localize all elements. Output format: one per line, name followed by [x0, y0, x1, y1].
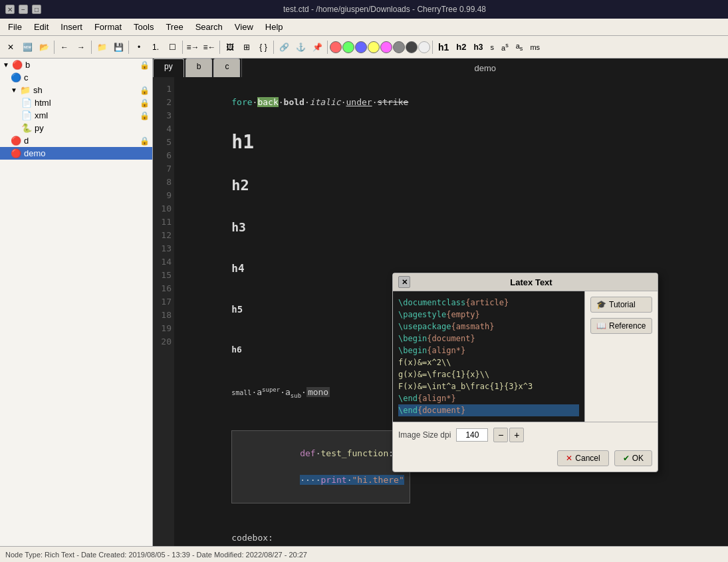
- menu-edit[interactable]: Edit: [29, 21, 54, 33]
- close-btn[interactable]: ✕: [3, 39, 19, 55]
- cancel-button[interactable]: ✕ Cancel: [557, 450, 608, 466]
- menu-tools[interactable]: Tools: [128, 21, 159, 33]
- color-dark[interactable]: [406, 41, 418, 53]
- dialog-title: Latex Text: [410, 277, 652, 287]
- text-mono: mono: [306, 387, 330, 397]
- dpi-input[interactable]: [456, 428, 488, 442]
- toolbar: ✕ 🆕 📂 ← → 📁 💾 • 1. ☐ ≡→ ≡← 🖼 ⊞ { } 🔗 ⚓ 📌…: [0, 36, 728, 59]
- sidebar-item-xml[interactable]: 📄 xml 🔒: [0, 109, 152, 122]
- fmt-sub[interactable]: as: [513, 41, 527, 53]
- code-line2: ····print·"hi.there": [300, 475, 404, 485]
- latex-line-7: g(x)&=\frac{1}{x}\\: [398, 368, 579, 380]
- tutorial-button[interactable]: 🎓 Tutorial: [590, 297, 652, 313]
- menu-view[interactable]: View: [229, 21, 259, 33]
- dialog-close-button[interactable]: ✕: [398, 276, 410, 288]
- sidebar-item-demo[interactable]: 🔴 demo: [0, 147, 152, 160]
- dialog-titlebar: ✕ Latex Text: [393, 273, 658, 291]
- dialog-body: \documentclass{article} \pagestyle{empty…: [393, 291, 658, 422]
- color-light[interactable]: [418, 41, 430, 53]
- sidebar-item-sh[interactable]: ▼ 📁 sh 🔒: [0, 84, 152, 96]
- text-h4: h4: [231, 262, 244, 275]
- dialog-bottom: Image Size dpi − +: [393, 422, 658, 448]
- tab-py[interactable]: py: [153, 59, 184, 77]
- dpi-stepper: − +: [493, 428, 524, 442]
- fmt-ms[interactable]: ms: [527, 42, 543, 53]
- text-strike: strike: [377, 97, 408, 107]
- color-red[interactable]: [330, 41, 342, 53]
- back-btn[interactable]: ←: [57, 39, 72, 55]
- sidebar: ▼ 🔴 b 🔒 🔵 c ▼ 📁 sh 🔒 📄 html 🔒 📄 xml 🔒: [0, 59, 153, 546]
- line-2: h1: [180, 122, 723, 166]
- tutorial-label: Tutorial: [609, 300, 636, 309]
- reference-button[interactable]: 📖 Reference: [590, 318, 652, 334]
- fmt-super[interactable]: as: [498, 41, 512, 53]
- dialog-editor[interactable]: \documentclass{article} \pagestyle{empty…: [393, 291, 584, 422]
- sidebar-item-py[interactable]: 🐍 py: [0, 122, 152, 134]
- color-green[interactable]: [342, 41, 354, 53]
- num-btn[interactable]: 1.: [148, 39, 164, 55]
- forward-btn[interactable]: →: [73, 39, 89, 55]
- anchor-btn[interactable]: ⚓: [293, 39, 308, 55]
- line-4: h3: [180, 208, 723, 249]
- titlebar: ✕ − □ test.ctd - /home/giuspen/Downloads…: [0, 0, 728, 19]
- color-blue[interactable]: [355, 41, 367, 53]
- latex-line-5: \begin{align*}: [398, 345, 579, 356]
- sidebar-item-b[interactable]: ▼ 🔴 b 🔒: [0, 59, 152, 71]
- text-bold: bold: [284, 97, 304, 107]
- menu-format[interactable]: Format: [89, 21, 127, 33]
- sep4: [182, 41, 183, 54]
- bullet-btn[interactable]: •: [131, 39, 147, 55]
- sidebar-label-demo: demo: [24, 148, 46, 158]
- outdent-btn[interactable]: ≡←: [201, 39, 217, 55]
- code-btn[interactable]: { }: [255, 39, 271, 55]
- sidebar-item-html[interactable]: 📄 html 🔒: [0, 96, 152, 109]
- color-magenta[interactable]: [380, 41, 392, 53]
- fmt-h3[interactable]: h3: [471, 41, 487, 53]
- indent-btn[interactable]: ≡→: [185, 39, 201, 55]
- save-btn[interactable]: 💾: [110, 39, 126, 55]
- fmt-h1[interactable]: h1: [435, 41, 452, 54]
- folder-btn[interactable]: 📁: [94, 39, 110, 55]
- ok-button[interactable]: ✔ OK: [614, 450, 652, 466]
- text-h6: h6: [231, 345, 242, 354]
- fmt-h2[interactable]: h2: [453, 41, 469, 53]
- node-icon-py: 🐍: [21, 123, 32, 133]
- cancel-icon: ✕: [566, 454, 572, 463]
- fmt-s[interactable]: s: [487, 42, 498, 53]
- new-btn[interactable]: 🆕: [19, 39, 35, 55]
- menubar: File Edit Insert Format Tools Tree Searc…: [0, 19, 728, 36]
- sidebar-label-html: html: [35, 98, 51, 108]
- maximize-button[interactable]: □: [32, 5, 41, 14]
- dpi-increase-button[interactable]: +: [509, 428, 524, 442]
- pin-btn[interactable]: 📌: [309, 39, 325, 55]
- menu-file[interactable]: File: [3, 21, 27, 33]
- menu-search[interactable]: Search: [190, 21, 228, 33]
- text-h5: h5: [231, 304, 243, 315]
- tbl-btn[interactable]: ⊞: [239, 39, 255, 55]
- latex-line-10: \end{document}: [398, 404, 579, 416]
- color-gray[interactable]: [393, 41, 405, 53]
- menu-help[interactable]: Help: [260, 21, 289, 33]
- open-btn[interactable]: 📂: [36, 39, 52, 55]
- tab-b[interactable]: b: [185, 59, 213, 77]
- dpi-decrease-button[interactable]: −: [493, 428, 508, 442]
- link-btn[interactable]: 🔗: [276, 39, 292, 55]
- reference-icon: 📖: [596, 321, 606, 331]
- node-icon-demo: 🔴: [11, 148, 21, 158]
- sidebar-item-c[interactable]: 🔵 c: [0, 71, 152, 84]
- editor-title: demo: [241, 59, 728, 77]
- todo-btn[interactable]: ☐: [164, 39, 180, 55]
- sep6: [273, 41, 274, 54]
- text-h3: h3: [231, 220, 246, 234]
- img-btn[interactable]: 🖼: [222, 39, 238, 55]
- tab-c[interactable]: c: [213, 59, 240, 77]
- node-icon-sh: 📁: [20, 85, 31, 95]
- menu-insert[interactable]: Insert: [55, 21, 88, 33]
- minimize-button[interactable]: −: [19, 5, 28, 14]
- window-controls[interactable]: ✕ − □: [5, 5, 41, 14]
- tutorial-icon: 🎓: [596, 300, 606, 309]
- sidebar-item-d[interactable]: 🔴 d 🔒: [0, 134, 152, 147]
- close-button[interactable]: ✕: [5, 5, 15, 14]
- color-yellow[interactable]: [368, 41, 380, 53]
- menu-tree[interactable]: Tree: [160, 21, 188, 33]
